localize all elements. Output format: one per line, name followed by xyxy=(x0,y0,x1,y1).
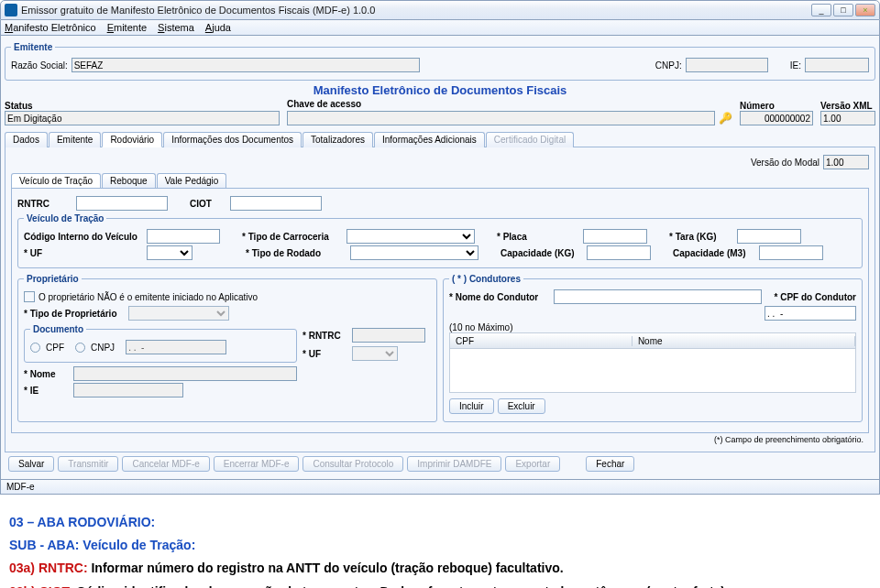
carroceria-select[interactable] xyxy=(346,229,475,244)
documento-fieldset: Documento CPF CNPJ xyxy=(24,324,297,363)
exportar-button[interactable]: Exportar xyxy=(505,456,560,472)
exp-title: 03 – ABA RODOVIÁRIO: xyxy=(9,515,155,529)
tipo-prop-label: * Tipo de Proprietário xyxy=(24,309,125,319)
rntrc-label: RNTRC xyxy=(17,199,72,209)
ie-input xyxy=(805,58,869,72)
versao-input xyxy=(820,111,875,125)
salvar-button[interactable]: Salvar xyxy=(8,456,54,472)
proprietario-legend: Proprietário xyxy=(24,274,82,284)
section-title: Manifesto Eletrônico de Documentos Fisca… xyxy=(5,83,875,97)
placa-label: * Placa xyxy=(497,232,579,242)
rodado-label: * Tipo de Rodado xyxy=(246,248,346,258)
capm3-input[interactable] xyxy=(759,245,823,260)
tab-info-docs[interactable]: Informações dos Documentos xyxy=(163,132,302,147)
chave-input xyxy=(287,111,715,125)
status-label: Status xyxy=(5,101,280,111)
cpf-radio-label: CPF xyxy=(46,343,64,353)
statusbar: MDF-e xyxy=(0,480,880,495)
consultar-button[interactable]: Consultar Protocolo xyxy=(302,456,403,472)
tipo-prop-select[interactable] xyxy=(128,306,229,321)
tab-info-adicionais[interactable]: Informações Adicionais xyxy=(374,132,485,147)
exp-a-lbl: 03a) RNTRC: xyxy=(9,561,91,575)
veiculo-fieldset: Veículo de Tração Código Interno do Veíc… xyxy=(17,213,863,268)
rntrc-prop-input[interactable] xyxy=(352,328,425,343)
exp-subaba: SUB - ABA: Veículo de Tração: xyxy=(9,538,195,552)
subtab-veiculo-tracao[interactable]: Veículo de Tração xyxy=(11,173,101,188)
cpf-cond-input[interactable] xyxy=(764,306,856,321)
chave-label: Chave de acesso xyxy=(287,99,732,109)
condutores-legend: ( * ) Condutores xyxy=(449,274,523,284)
menu-sistema[interactable]: Sistema xyxy=(158,22,194,33)
cnpj-radio[interactable] xyxy=(75,343,85,353)
tab-certificado[interactable]: Certificado Digital xyxy=(486,132,574,147)
cond-hint: (10 no Máximo) xyxy=(449,322,856,332)
codigo-input[interactable] xyxy=(147,229,220,244)
tara-input[interactable] xyxy=(737,229,801,244)
close-button[interactable]: × xyxy=(855,4,875,16)
col-nome: Nome xyxy=(632,336,855,346)
razao-input xyxy=(72,58,420,72)
menubar: Manifesto Eletrônico Emitente Sistema Aj… xyxy=(0,20,880,36)
nome-cond-input[interactable] xyxy=(554,289,762,304)
nao-emitente-checkbox[interactable] xyxy=(24,291,35,302)
razao-label: Razão Social: xyxy=(11,60,68,71)
uf-veiculo-select[interactable] xyxy=(147,245,192,260)
proprietario-fieldset: Proprietário O proprietário NÃO é o emit… xyxy=(17,274,437,422)
subtab-reboque[interactable]: Reboque xyxy=(102,173,156,188)
maximize-button[interactable]: □ xyxy=(833,4,853,16)
numero-input xyxy=(740,111,813,125)
ie-label: IE: xyxy=(790,60,801,71)
transmitir-button[interactable]: Transmitir xyxy=(58,456,118,472)
emitente-legend: Emitente xyxy=(11,42,55,52)
exp-a-txt: Informar número do registro na ANTT do v… xyxy=(91,561,563,575)
minimize-button[interactable]: _ xyxy=(811,4,831,16)
menu-manifesto[interactable]: Manifesto Eletrônico xyxy=(5,22,96,33)
nome-cond-label: * Nome do Condutor xyxy=(449,292,550,302)
imprimir-button[interactable]: Imprimir DAMDFE xyxy=(407,456,501,472)
excluir-button[interactable]: Excluir xyxy=(498,398,545,414)
emitente-fieldset: Emitente Razão Social: CNPJ: IE: xyxy=(5,42,875,81)
uf-prop-select[interactable] xyxy=(352,346,398,361)
footer-toolbar: Salvar Transmitir Cancelar MDF-e Encerra… xyxy=(5,452,875,475)
cnpj-label: CNPJ: xyxy=(655,60,682,71)
encerrar-mdfe-button[interactable]: Encerrar MDF-e xyxy=(214,456,300,472)
ie-prop-input[interactable] xyxy=(73,383,183,397)
tab-totalizadores[interactable]: Totalizadores xyxy=(302,132,373,147)
ciot-label: CIOT xyxy=(190,199,226,209)
fechar-button[interactable]: Fechar xyxy=(586,456,634,472)
key-icon: 🔑 xyxy=(719,112,732,125)
menu-ajuda[interactable]: Ajuda xyxy=(205,22,231,33)
rodado-select[interactable] xyxy=(350,245,478,260)
cpf-cond-label: * CPF do Condutor xyxy=(775,292,856,302)
incluir-button[interactable]: Incluir xyxy=(449,398,494,414)
capkg-input[interactable] xyxy=(587,245,651,260)
window-title: Emissor gratuito de Manifesto Eletrônico… xyxy=(21,5,811,16)
doc-input[interactable] xyxy=(126,340,226,354)
uf-veiculo-label: * UF xyxy=(24,248,143,258)
app-icon xyxy=(5,4,17,16)
tab-dados[interactable]: Dados xyxy=(5,132,48,147)
tab-emitente[interactable]: Emitente xyxy=(49,132,101,147)
cancelar-mdfe-button[interactable]: Cancelar MDF-e xyxy=(122,456,209,472)
modal-label: Versão do Modal xyxy=(751,158,820,168)
tab-rodoviario[interactable]: Rodoviário xyxy=(102,132,162,147)
cond-grid-header: CPF Nome xyxy=(449,332,856,349)
main-tabs: Dados Emitente Rodoviário Informações do… xyxy=(5,131,875,147)
cond-grid-body[interactable] xyxy=(449,349,856,393)
cpf-radio[interactable] xyxy=(30,343,40,353)
uf-prop-label: * UF xyxy=(302,349,348,359)
cnpj-input xyxy=(686,58,768,72)
exp-b-lbl: 03b) CIOT: xyxy=(9,584,76,588)
explanation-block: 03 – ABA RODOVIÁRIO: SUB - ABA: Veículo … xyxy=(0,495,880,588)
condutores-fieldset: ( * ) Condutores * Nome do Condutor * CP… xyxy=(443,274,863,422)
nome-prop-input[interactable] xyxy=(73,366,297,381)
exp-b-txt: Código identificador da operação de tran… xyxy=(76,584,729,588)
rntrc-input[interactable] xyxy=(76,196,168,211)
versao-label: Versão XML xyxy=(820,101,875,111)
menu-emitente[interactable]: Emitente xyxy=(107,22,147,33)
placa-input[interactable] xyxy=(583,229,647,244)
doc-legend: Documento xyxy=(30,324,86,334)
carroceria-label: * Tipo de Carroceria xyxy=(242,232,343,242)
ciot-input[interactable] xyxy=(230,196,322,211)
subtab-vale-pedagio[interactable]: Vale Pedágio xyxy=(157,173,227,188)
